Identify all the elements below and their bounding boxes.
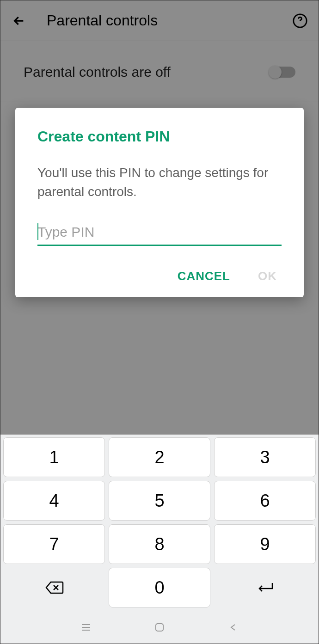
key-6[interactable]: 6 <box>214 481 316 521</box>
dialog-actions: CANCEL OK <box>37 269 282 283</box>
pin-input-wrap <box>37 220 282 246</box>
key-8[interactable]: 8 <box>109 524 210 564</box>
key-0[interactable]: 0 <box>109 568 210 607</box>
key-7[interactable]: 7 <box>3 524 105 564</box>
enter-key[interactable] <box>214 568 316 607</box>
key-4[interactable]: 4 <box>3 481 105 521</box>
back-nav-icon[interactable] <box>226 620 240 634</box>
key-1[interactable]: 1 <box>3 437 105 477</box>
system-navbar <box>3 611 316 644</box>
input-cursor <box>37 223 38 240</box>
dialog-title: Create content PIN <box>37 128 282 145</box>
backspace-key[interactable] <box>3 568 105 607</box>
key-2[interactable]: 2 <box>109 437 210 477</box>
numeric-keyboard: 1 2 3 4 5 6 7 8 9 0 <box>0 435 319 644</box>
recents-icon[interactable] <box>79 620 93 634</box>
svg-rect-1 <box>156 624 163 631</box>
home-icon[interactable] <box>153 620 166 634</box>
dialog-body: You'll use this PIN to change settings f… <box>37 164 282 201</box>
enter-icon <box>256 581 274 594</box>
cancel-button[interactable]: CANCEL <box>178 269 230 283</box>
ok-button[interactable]: OK <box>258 269 277 283</box>
pin-input[interactable] <box>37 220 282 246</box>
backspace-icon <box>44 580 64 595</box>
key-5[interactable]: 5 <box>109 481 210 521</box>
key-3[interactable]: 3 <box>214 437 316 477</box>
create-pin-dialog: Create content PIN You'll use this PIN t… <box>15 108 304 297</box>
key-9[interactable]: 9 <box>214 524 316 564</box>
